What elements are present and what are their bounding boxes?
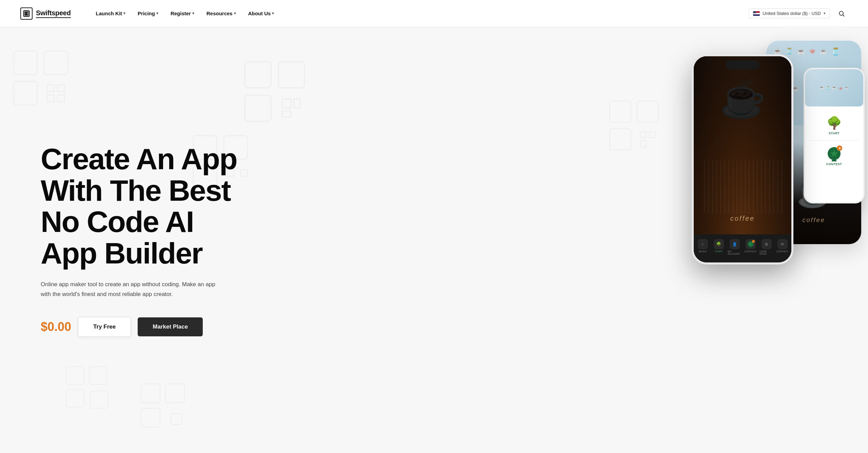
nav-resources[interactable]: Resources ▾: [202, 8, 241, 19]
search-button[interactable]: [835, 7, 848, 20]
svg-rect-22: [171, 414, 182, 425]
coffee-text: coffee: [730, 215, 755, 222]
svg-rect-20: [165, 384, 184, 403]
chevron-down-icon: ▾: [272, 11, 274, 16]
svg-rect-3: [27, 12, 28, 15]
phone-notch: [726, 60, 760, 69]
svg-rect-24: [278, 62, 304, 88]
hero-title: Create An App With The Best No Code AI A…: [41, 143, 278, 269]
svg-rect-1: [25, 12, 26, 13]
svg-rect-27: [294, 99, 300, 108]
svg-rect-11: [47, 95, 54, 102]
svg-rect-21: [141, 408, 160, 427]
nav-contact: ✉ CONTACT: [775, 237, 790, 257]
phone-bottom-nav: ♪ MUSIC 🌳 START 👤: [694, 234, 791, 262]
us-flag-icon: [753, 11, 760, 16]
svg-rect-26: [282, 99, 291, 108]
svg-rect-28: [282, 111, 291, 117]
hero-cta: $0.00 Try Free Market Place: [41, 317, 278, 337]
chevron-down-icon: ▾: [156, 11, 158, 16]
start-label: START: [829, 132, 840, 135]
marketplace-button[interactable]: Market Place: [138, 317, 203, 336]
svg-rect-32: [91, 391, 108, 408]
hero-content: Create An App With The Best No Code AI A…: [41, 143, 278, 336]
navbar: Swiftspeed Launch Kit ▾ Pricing ▾ Regist…: [0, 0, 868, 27]
nav-contest: CONTEST: [743, 237, 758, 257]
price-label: $0.00: [41, 320, 71, 334]
nav-my-account: 👤 MY ACCOUNT: [727, 237, 742, 257]
phone-mockups: ☕ 🫙 ☕ 🫖 ☕ 🫙 Coffee ☕ ☕ 🫙: [671, 27, 868, 453]
svg-rect-6: [14, 51, 37, 75]
svg-line-5: [843, 15, 845, 16]
hero-section: Create An App With The Best No Code AI A…: [0, 27, 868, 453]
chevron-down-icon: ▾: [824, 11, 826, 16]
svg-rect-31: [66, 390, 84, 408]
svg-rect-7: [44, 51, 68, 75]
tree-icon: 🌳: [827, 116, 842, 130]
svg-rect-12: [58, 95, 64, 102]
logo[interactable]: Swiftspeed: [20, 7, 71, 20]
phone-side: ☕ 🫙 ☕ 🫖 ☕ 🌳 START: [804, 68, 865, 203]
divider: [810, 140, 859, 141]
chevron-down-icon: ▾: [123, 11, 125, 16]
svg-rect-23: [245, 62, 271, 88]
chevron-down-icon: ▾: [234, 11, 236, 16]
nav-code-scan: ⊞ CODE SCAN: [759, 237, 774, 257]
svg-rect-9: [47, 85, 54, 92]
nav-pricing[interactable]: Pricing ▾: [133, 8, 163, 19]
svg-rect-15: [610, 129, 631, 150]
svg-rect-8: [14, 81, 37, 105]
svg-rect-30: [89, 367, 107, 385]
svg-rect-2: [25, 14, 26, 15]
nav-register[interactable]: Register ▾: [166, 8, 199, 19]
nav-about-us[interactable]: About Us ▾: [243, 8, 279, 19]
currency-selector[interactable]: United States dollar ($) - USD ▾: [749, 8, 830, 18]
side-start-item: 🌳 START: [810, 116, 859, 135]
svg-rect-18: [640, 141, 646, 147]
logo-icon: [20, 7, 33, 20]
side-phone-header: ☕ 🫙 ☕ 🫖 ☕: [805, 69, 863, 106]
svg-rect-16: [640, 132, 646, 138]
svg-rect-19: [141, 384, 160, 403]
contest-label: CONTEST: [826, 162, 842, 166]
svg-rect-17: [649, 132, 655, 138]
nav-links: Launch Kit ▾ Pricing ▾ Register ▾ Resour…: [91, 8, 749, 19]
coffee-hero-image: ☕ coffee: [694, 56, 791, 234]
hero-subtitle: Online app maker tool to create an app w…: [41, 280, 217, 299]
nav-right: United States dollar ($) - USD ▾: [749, 7, 848, 20]
medal-icon-container: ★: [827, 146, 842, 161]
side-contest-item: ★ CONTEST: [810, 146, 859, 166]
nav-start: 🌳 START: [711, 237, 726, 257]
currency-label: United States dollar ($) - USD: [763, 11, 821, 16]
svg-point-4: [839, 11, 843, 15]
nav-music: ♪ MUSIC: [695, 237, 710, 257]
svg-rect-10: [58, 85, 64, 92]
try-free-button[interactable]: Try Free: [78, 317, 131, 337]
brand-name: Swiftspeed: [36, 9, 71, 18]
svg-rect-13: [610, 101, 631, 122]
svg-rect-25: [245, 95, 271, 121]
nav-launch-kit[interactable]: Launch Kit ▾: [91, 8, 131, 19]
chevron-down-icon: ▾: [192, 11, 194, 16]
svg-rect-29: [66, 367, 84, 385]
phone-front: ☕ coffee ♪ MUSIC: [692, 54, 793, 264]
svg-rect-14: [637, 101, 658, 122]
